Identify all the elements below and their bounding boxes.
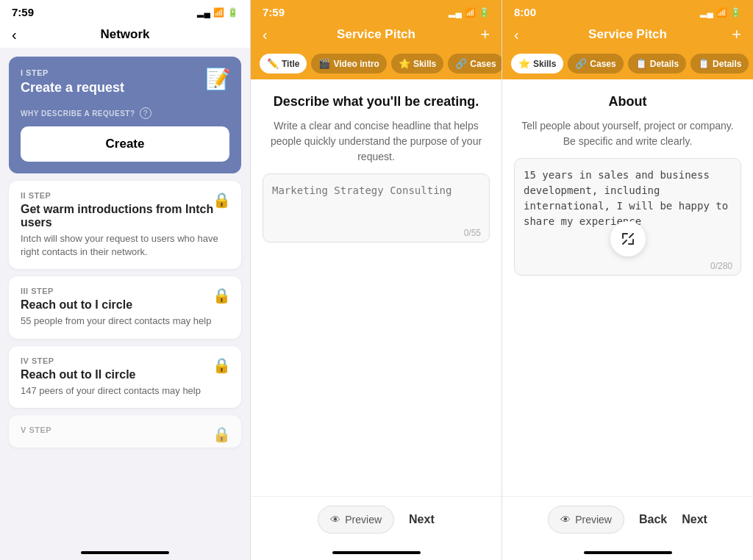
tab-cases-label: Cases [470,59,496,69]
home-indicator-3 [584,551,672,554]
status-time-3: 8:00 [514,6,536,18]
step-card-4: IV STEP Reach out to II circle 147 peers… [9,346,241,408]
nav-title-1: Network [100,27,149,42]
panel-service-pitch-1: 7:59 ▂▄ 📶 🔋 ‹ Service Pitch + ✏️ Title 🎬… [250,0,502,560]
status-bar-2: 7:59 ▂▄ 📶 🔋 [251,0,502,21]
title-input[interactable] [263,173,490,243]
tab-title[interactable]: ✏️ Title [260,54,307,73]
help-icon[interactable]: ? [140,107,151,119]
tab-details-1-icon: 📋 [635,58,647,69]
preview-button-2[interactable]: 👁 Preview [318,506,394,534]
battery-icon-2: 🔋 [479,7,490,18]
nav-bar-2: ‹ Service Pitch + [251,21,502,48]
tab-video-label: Video intro [333,59,379,69]
tab-cases-3-icon: 🔗 [575,58,587,69]
back-button-2[interactable]: ‹ [263,26,268,43]
tabs-bar-2: ✏️ Title 🎬 Video intro ⭐ Skills 🔗 Cases [251,48,502,79]
tab-details-1[interactable]: 📋 Details [628,54,686,73]
status-icons-1: ▂▄ 📶 🔋 [197,7,238,18]
step-icon-1: 📝 [205,67,231,91]
lock-icon-4: 🔒 [213,356,231,374]
preview-eye-icon-2: 👁 [330,514,340,525]
tab-skills[interactable]: ⭐ Skills [391,54,443,73]
tab-skills-active[interactable]: ⭐ Skills [511,54,563,73]
plus-button-2[interactable]: + [480,25,490,44]
tab-skills-icon: ⭐ [399,58,410,69]
nav-bar-3: ‹ Service Pitch + [502,21,753,48]
expand-button[interactable] [610,221,646,256]
panel3-heading: About [514,94,741,110]
status-time-1: 7:59 [12,6,34,18]
step-label-1: I STEP [21,68,229,77]
next-button-3[interactable]: Next [682,513,707,526]
tab-cases-3[interactable]: 🔗 Cases [568,54,623,73]
panel3-desc: Tell people about yourself, project or c… [514,118,741,149]
step-title-2: Get warm introductions from Intch users [21,203,229,229]
why-label: WHY DESCRIBE A REQUEST? [21,110,135,118]
panel2-desc: Write a clear and concise headline that … [263,118,490,165]
step-desc-2: Intch will show your request to users wh… [21,232,229,259]
step-label-3: III STEP [21,287,229,295]
wifi-icon-3: 📶 [716,7,727,18]
tab-video-icon: 🎬 [318,58,330,69]
char-count-3: 0/280 [710,261,732,271]
char-count-2: 0/55 [464,228,481,238]
status-icons-2: ▂▄ 📶 🔋 [449,7,490,18]
tab-details-2[interactable]: 📋 Details [690,54,749,73]
step-label-4: IV STEP [21,356,229,365]
home-indicator-2 [332,551,421,554]
tab-cases[interactable]: 🔗 Cases [448,54,502,73]
lock-icon-3: 🔒 [213,287,231,304]
panel3-content: About Tell people about yourself, projec… [502,79,753,496]
bottom-bar-3: 👁 Preview Back Next [502,496,753,548]
lock-icon-5: 🔒 [213,426,231,443]
lock-icon-2: 🔒 [213,191,231,209]
tab-title-icon: ✏️ [267,58,279,69]
battery-icon-3: 🔋 [730,7,741,18]
tab-skills-label: Skills [413,59,436,69]
status-time-2: 7:59 [263,6,285,18]
back-button-1[interactable]: ‹ [12,26,17,43]
signal-icon-1: ▂▄ [197,7,210,18]
plus-button-3[interactable]: + [732,25,741,44]
battery-icon-1: 🔋 [227,7,238,18]
bottom-bar-2: 👁 Preview Next [251,496,502,548]
about-textarea-wrapper: 15 years in sales and business developme… [514,158,741,279]
step-desc-3: 55 people from your direct contacts may … [21,315,229,328]
panel-network: 7:59 ▂▄ 📶 🔋 ‹ Network I STEP Create a re… [0,0,250,560]
status-bar-3: 8:00 ▂▄ 📶 🔋 [502,0,753,21]
about-textarea[interactable]: 15 years in sales and business developme… [514,158,741,276]
panel2-content: Describe what you'll be creating. Write … [251,79,502,496]
tab-skills-active-label: Skills [533,59,556,69]
tabs-bar-3: ⭐ Skills 🔗 Cases 📋 Details 📋 Details [502,48,753,79]
home-indicator-1 [81,551,169,554]
steps-list: I STEP Create a request 📝 WHY DESCRIBE A… [0,48,250,548]
tab-video[interactable]: 🎬 Video intro [311,54,386,73]
tab-details-2-icon: 📋 [698,58,710,69]
nav-title-3: Service Pitch [588,27,667,42]
nav-title-2: Service Pitch [337,27,415,42]
tab-details-2-label: Details [713,59,741,69]
step-label-5: V STEP [21,426,229,434]
step-title-3: Reach out to I circle [21,298,229,312]
tab-skills-active-icon: ⭐ [518,58,530,69]
step-card-5: V STEP 🔒 [9,415,241,448]
tab-cases-icon: 🔗 [455,58,467,69]
step-card-1: I STEP Create a request 📝 WHY DESCRIBE A… [9,57,241,173]
back-button-3[interactable]: ‹ [514,26,519,43]
wifi-icon-1: 📶 [213,7,224,18]
preview-eye-icon-3: 👁 [560,514,571,525]
back-link-button-3[interactable]: Back [639,513,667,526]
why-section: WHY DESCRIBE A REQUEST? ? [21,107,229,119]
tab-details-1-label: Details [650,59,679,69]
step-desc-4: 147 peers of your direct contacts may he… [21,384,229,398]
next-button-2[interactable]: Next [409,513,435,526]
step-card-2: II STEP Get warm introductions from Intc… [9,181,241,269]
panel2-heading: Describe what you'll be creating. [263,94,490,110]
step-card-3: III STEP Reach out to I circle 55 people… [9,276,241,338]
nav-bar-1: ‹ Network [0,21,250,48]
tab-cases-3-label: Cases [590,59,615,69]
preview-button-3[interactable]: 👁 Preview [548,506,624,534]
title-input-wrapper: 0/55 [263,173,490,245]
create-button[interactable]: Create [21,126,229,162]
